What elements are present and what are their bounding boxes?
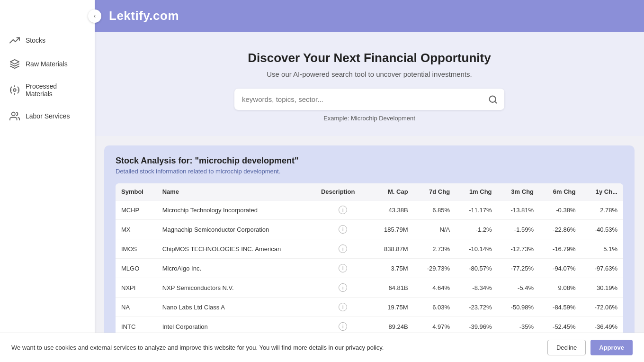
- cell-1y: 30.19%: [581, 278, 623, 298]
- cell-1m: -11.17%: [456, 200, 497, 220]
- cell-6m: -16.79%: [539, 239, 581, 259]
- cell-name: Magnachip Semiconductor Corporation: [157, 220, 315, 239]
- cell-6m: 9.08%: [539, 278, 581, 298]
- table-row: MCHP Microchip Technology Incorporated i…: [116, 200, 623, 220]
- search-input[interactable]: [234, 89, 482, 110]
- table-row: MLGO MicroAlgo Inc. i 3.75M -29.73% -80.…: [116, 259, 623, 278]
- cell-3m: -50.98%: [498, 298, 539, 317]
- col-1m: 1m Chg: [456, 183, 497, 200]
- cell-info[interactable]: i: [315, 259, 371, 278]
- processed-materials-icon: [9, 85, 20, 95]
- cookie-banner: We want to use cookies and external serv…: [0, 333, 644, 362]
- cell-1m: -8.34%: [456, 278, 497, 298]
- cell-3m: -1.59%: [498, 220, 539, 239]
- info-icon[interactable]: i: [339, 206, 347, 214]
- decline-button[interactable]: Decline: [547, 340, 586, 355]
- logo: Lektify.com: [109, 9, 179, 23]
- sidebar-item-raw-materials[interactable]: Raw Materials: [0, 52, 95, 76]
- cell-3m: -77.25%: [498, 259, 539, 278]
- raw-materials-icon: [9, 59, 20, 69]
- stock-table: Symbol Name Description M. Cap 7d Chg 1m…: [116, 183, 623, 355]
- example-label: Example:: [323, 115, 349, 122]
- cell-info[interactable]: i: [315, 239, 371, 259]
- col-7d: 7d Chg: [414, 183, 456, 200]
- info-icon[interactable]: i: [339, 322, 347, 331]
- sidebar-item-processed-materials[interactable]: Processed Materials: [0, 76, 95, 104]
- cell-1m: -80.57%: [456, 259, 497, 278]
- col-name: Name: [157, 183, 315, 200]
- cell-7d: N/A: [414, 220, 456, 239]
- table-row: NXPI NXP Semiconductors N.V. i 64.81B 4.…: [116, 278, 623, 298]
- sidebar-item-labor-services-label: Labor Services: [26, 112, 70, 120]
- hero-section: Discover Your Next Financial Opportunity…: [95, 32, 644, 136]
- svg-point-1: [12, 112, 15, 116]
- sidebar-item-raw-materials-label: Raw Materials: [26, 60, 68, 68]
- cell-symbol: IMOS: [116, 239, 157, 259]
- cell-mcap: 19.75M: [371, 298, 414, 317]
- search-button[interactable]: [482, 90, 504, 109]
- cell-info[interactable]: i: [315, 200, 371, 220]
- approve-button[interactable]: Approve: [590, 340, 633, 355]
- cell-6m: -84.59%: [539, 298, 581, 317]
- cell-symbol: MLGO: [116, 259, 157, 278]
- cell-info[interactable]: i: [315, 278, 371, 298]
- cell-3m: -13.81%: [498, 200, 539, 220]
- info-icon[interactable]: i: [339, 283, 347, 292]
- sidebar-item-stocks-label: Stocks: [26, 36, 45, 44]
- cell-symbol: MCHP: [116, 200, 157, 220]
- hero-subtitle: Use our AI-powered search tool to uncove…: [267, 70, 472, 78]
- col-symbol: Symbol: [116, 183, 157, 200]
- info-icon[interactable]: i: [339, 303, 347, 311]
- labor-services-icon: [9, 111, 20, 121]
- results-card: Stock Analysis for: "microchip developme…: [104, 145, 635, 355]
- cell-name: Microchip Technology Incorporated: [157, 200, 315, 220]
- col-1y: 1y Ch...: [581, 183, 623, 200]
- col-description: Description: [315, 183, 371, 200]
- cell-symbol: NXPI: [116, 278, 157, 298]
- cell-1y: -97.63%: [581, 259, 623, 278]
- cell-7d: 6.85%: [414, 200, 456, 220]
- table-row: MX Magnachip Semiconductor Corporation i…: [116, 220, 623, 239]
- cell-1m: -10.14%: [456, 239, 497, 259]
- sidebar-toggle[interactable]: ‹: [88, 9, 101, 23]
- cell-3m: -12.73%: [498, 239, 539, 259]
- info-icon[interactable]: i: [339, 264, 347, 272]
- table-row: NA Nano Labs Ltd Class A i 19.75M 6.03% …: [116, 298, 623, 317]
- cell-6m: -22.86%: [539, 220, 581, 239]
- info-icon[interactable]: i: [339, 225, 347, 234]
- cell-1y: 2.78%: [581, 200, 623, 220]
- results-title: Stock Analysis for: "microchip developme…: [116, 156, 623, 166]
- cell-symbol: NA: [116, 298, 157, 317]
- cell-7d: 2.73%: [414, 239, 456, 259]
- cell-6m: -94.07%: [539, 259, 581, 278]
- cell-1y: 5.1%: [581, 239, 623, 259]
- header: Lektify.com: [95, 0, 644, 32]
- sidebar-item-stocks[interactable]: Stocks: [0, 28, 95, 52]
- cell-name: NXP Semiconductors N.V.: [157, 278, 315, 298]
- hero-title: Discover Your Next Financial Opportunity: [248, 51, 491, 65]
- cell-mcap: 185.79M: [371, 220, 414, 239]
- sidebar-item-labor-services[interactable]: Labor Services: [0, 104, 95, 128]
- cell-7d: 6.03%: [414, 298, 456, 317]
- main-content: Lektify.com Discover Your Next Financial…: [95, 0, 644, 362]
- results-section: Stock Analysis for: "microchip developme…: [95, 136, 644, 362]
- cell-symbol: MX: [116, 220, 157, 239]
- cookie-actions: Decline Approve: [547, 340, 633, 355]
- results-subtitle: Detailed stock information related to mi…: [116, 168, 623, 175]
- search-bar: [234, 89, 504, 110]
- info-icon[interactable]: i: [339, 244, 347, 253]
- svg-line-4: [495, 101, 497, 103]
- cell-mcap: 64.81B: [371, 278, 414, 298]
- cell-mcap: 43.38B: [371, 200, 414, 220]
- cell-1y: -72.06%: [581, 298, 623, 317]
- cell-6m: -0.38%: [539, 200, 581, 220]
- cell-mcap: 838.87M: [371, 239, 414, 259]
- example-value: Microchip Development: [351, 115, 415, 122]
- cell-info[interactable]: i: [315, 298, 371, 317]
- col-3m: 3m Chg: [498, 183, 539, 200]
- cell-mcap: 3.75M: [371, 259, 414, 278]
- sidebar-item-processed-materials-label: Processed Materials: [26, 82, 85, 98]
- cell-1y: -40.53%: [581, 220, 623, 239]
- sidebar: ‹ Stocks Raw Materials Processed Materia…: [0, 0, 95, 362]
- cell-info[interactable]: i: [315, 220, 371, 239]
